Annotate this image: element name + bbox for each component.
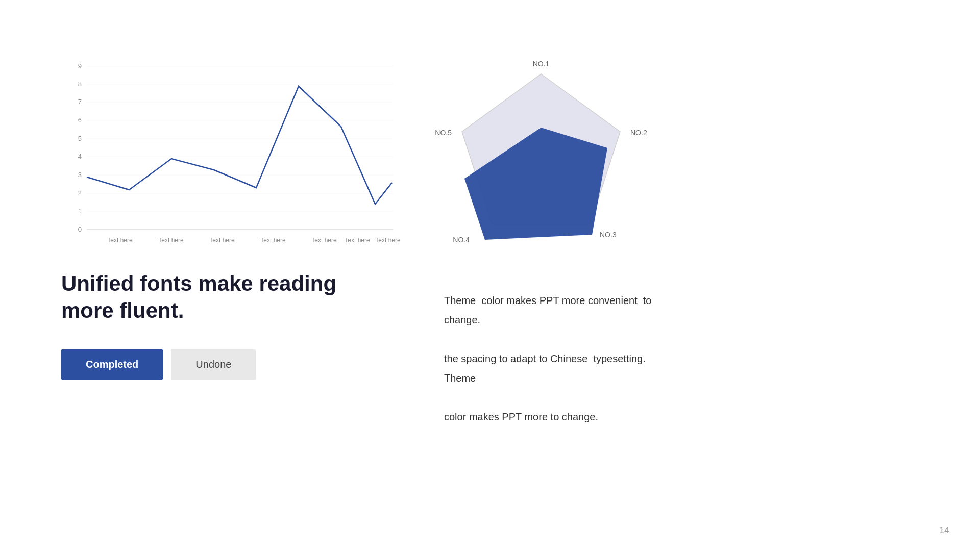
- headline: Unified fonts make reading more fluent.: [61, 270, 368, 324]
- svg-text:NO.1: NO.1: [533, 60, 550, 68]
- svg-text:Text here: Text here: [375, 237, 401, 244]
- svg-text:5: 5: [78, 135, 82, 142]
- svg-text:2: 2: [78, 189, 82, 197]
- svg-text:Text here: Text here: [107, 237, 133, 244]
- svg-text:0: 0: [78, 226, 82, 233]
- line-chart-container: 0 1 2 3 4 5 6 7 8 9 Text here Text here …: [61, 51, 408, 245]
- page-number: 14: [939, 525, 949, 536]
- svg-text:Text here: Text here: [209, 237, 235, 244]
- undone-button[interactable]: Undone: [171, 349, 256, 380]
- svg-text:8: 8: [78, 80, 82, 88]
- svg-text:NO.5: NO.5: [435, 129, 452, 137]
- svg-text:NO.2: NO.2: [630, 129, 647, 137]
- bottom-left-section: Unified fonts make reading more fluent. …: [61, 270, 368, 380]
- svg-text:1: 1: [78, 207, 82, 215]
- svg-text:Text here: Text here: [260, 237, 286, 244]
- svg-text:NO.3: NO.3: [600, 231, 617, 239]
- line-chart-svg: 0 1 2 3 4 5 6 7 8 9 Text here Text here …: [61, 51, 408, 245]
- completed-button[interactable]: Completed: [61, 349, 163, 380]
- svg-text:Text here: Text here: [345, 237, 370, 244]
- page-container: 0 1 2 3 4 5 6 7 8 9 Text here Text here …: [0, 0, 980, 551]
- svg-text:9: 9: [78, 62, 82, 70]
- svg-text:6: 6: [78, 116, 82, 124]
- svg-text:NO.4: NO.4: [453, 236, 470, 244]
- headline-line1: Unified fonts make reading: [61, 271, 336, 295]
- radar-chart-container: NO.1 NO.2 NO.3 NO.4 NO.5: [419, 46, 664, 260]
- radar-chart-svg: NO.1 NO.2 NO.3 NO.4 NO.5: [419, 46, 664, 265]
- svg-text:4: 4: [78, 153, 82, 160]
- button-group: Completed Undone: [61, 349, 368, 380]
- svg-text:7: 7: [78, 98, 82, 106]
- bottom-right-section: Theme color makes PPT more convenient to…: [444, 291, 674, 427]
- description-text: Theme color makes PPT more convenient to…: [444, 291, 674, 427]
- svg-text:3: 3: [78, 171, 82, 179]
- headline-line2: more fluent.: [61, 298, 184, 322]
- svg-text:Text here: Text here: [311, 237, 337, 244]
- svg-text:Text here: Text here: [158, 237, 184, 244]
